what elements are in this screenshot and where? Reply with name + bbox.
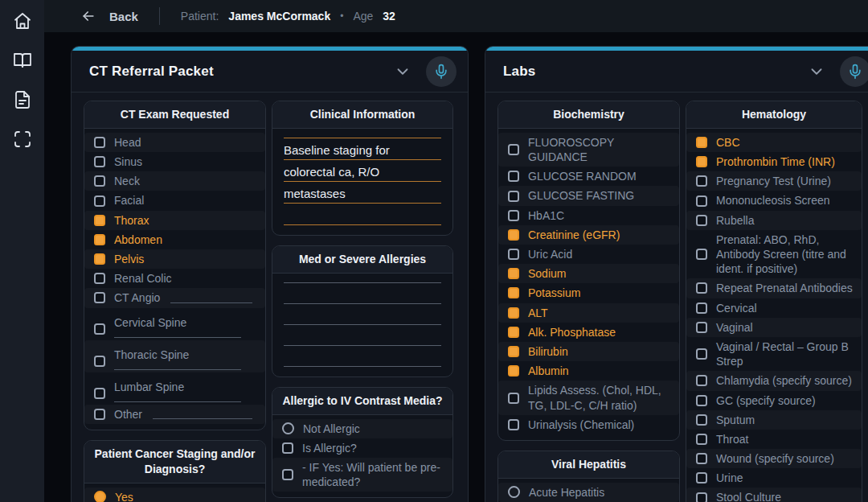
checkbox-potassium[interactable] xyxy=(508,287,519,298)
item-creatinine-egfr[interactable]: Creatinine (eGFR) xyxy=(498,225,679,245)
checkbox-vaginal-rectal-group-b-strep[interactable] xyxy=(696,348,707,360)
checkbox-pregnancy-test-urine[interactable] xyxy=(696,175,707,187)
checkbox-lipids-assess-chol-hdl-tg-ldl-c-c-h-rati[interactable] xyxy=(508,393,519,404)
checkbox-is-allergic[interactable] xyxy=(282,442,293,454)
item-stool-culture[interactable]: Stool Culture xyxy=(686,488,862,502)
item-acute-hepatitis[interactable]: Acute Hepatitis xyxy=(498,483,679,502)
item-urine[interactable]: Urine xyxy=(686,468,862,488)
home-button[interactable] xyxy=(13,11,32,31)
item-rubella[interactable]: Rubella xyxy=(686,211,862,230)
labs-collapse-button[interactable] xyxy=(808,61,829,82)
checkbox-mononucleosis-screen[interactable] xyxy=(696,195,707,207)
item-alk-phosphatase[interactable]: Alk. Phosphatase xyxy=(498,323,679,342)
radio-acute-hepatitis[interactable] xyxy=(508,486,520,498)
checkbox-chlamydia-specify-source[interactable] xyxy=(696,375,707,386)
checkbox-pelvis[interactable] xyxy=(94,253,105,265)
checkbox-thoracic-spine[interactable] xyxy=(94,356,105,367)
checkbox-glucose-random[interactable] xyxy=(508,171,519,182)
checkbox-alk-phosphatase[interactable] xyxy=(508,327,519,338)
item-glucose-random[interactable]: GLUCOSE RANDOM xyxy=(498,167,679,186)
item-mononucleosis-screen[interactable]: Mononucleosis Screen xyxy=(686,191,862,210)
writein-line[interactable] xyxy=(114,363,241,370)
item-other[interactable]: Other xyxy=(84,405,265,424)
checkbox-ct-angio[interactable] xyxy=(94,292,105,303)
item-urinalysis-chemical[interactable]: Urinalysis (Chemical) xyxy=(498,415,679,434)
checkbox-sodium[interactable] xyxy=(508,268,519,279)
checkbox-fluoroscopy-guidance[interactable] xyxy=(508,144,519,155)
checkbox-cervical-spine[interactable] xyxy=(94,323,105,335)
item-cervical[interactable]: Cervical xyxy=(686,298,862,318)
item-renal-colic[interactable]: Renal Colic xyxy=(84,269,265,288)
item-if-yes-will-patient-be-pre-medicated[interactable]: - IF Yes: Will patient be pre-medicated? xyxy=(272,458,452,492)
item-pregnancy-test-urine[interactable]: Pregnancy Test (Urine) xyxy=(686,171,862,191)
item-neck[interactable]: Neck xyxy=(84,171,265,191)
item-albumin[interactable]: Albumin xyxy=(498,361,679,381)
item-cervical-spine[interactable]: Cervical Spine xyxy=(84,308,265,340)
writein-line[interactable] xyxy=(153,409,252,419)
item-sinus[interactable]: Sinus xyxy=(84,152,265,171)
checkbox-glucose-fasting[interactable] xyxy=(508,191,519,202)
checkbox-thorax[interactable] xyxy=(94,215,105,226)
item-alt[interactable]: ALT xyxy=(498,303,679,323)
ct-dictate-button[interactable] xyxy=(426,56,457,87)
item-gc-specify-source[interactable]: GC (specify source) xyxy=(686,391,862,410)
item-bilirubin[interactable]: Bilirubin xyxy=(498,342,679,361)
checkbox-uric-acid[interactable] xyxy=(508,249,519,260)
item-sodium[interactable]: Sodium xyxy=(498,264,679,283)
item-not-allergic[interactable]: Not Allergic xyxy=(272,419,452,438)
checkbox-sputum[interactable] xyxy=(696,414,707,426)
item-fluoroscopy-guidance[interactable]: FLUOROSCOPY GUIDANCE xyxy=(498,133,679,167)
item-chlamydia-specify-source[interactable]: Chlamydia (specify source) xyxy=(686,371,862,390)
item-throat[interactable]: Throat xyxy=(686,430,862,449)
checkbox-creatinine-egfr[interactable] xyxy=(508,229,519,241)
item-wound-specify-source[interactable]: Wound (specify source) xyxy=(686,449,862,468)
checkbox-head[interactable] xyxy=(94,137,105,148)
checkbox-repeat-prenatal-antibodies[interactable] xyxy=(696,282,707,294)
checkbox-prenatal-abo-rhd-antibody-screen-titre-a[interactable] xyxy=(696,249,707,260)
item-thorax[interactable]: Thorax xyxy=(84,211,265,230)
ct-collapse-button[interactable] xyxy=(394,61,415,82)
item-prothrombin-time-inr[interactable]: Prothrombin Time (INR) xyxy=(686,152,862,171)
item-potassium[interactable]: Potassium xyxy=(498,283,679,302)
library-button[interactable] xyxy=(13,51,32,70)
checkbox-vaginal[interactable] xyxy=(696,322,707,333)
checkbox-urine[interactable] xyxy=(696,472,707,483)
writein-line[interactable] xyxy=(114,395,241,402)
item-facial[interactable]: Facial xyxy=(84,191,265,210)
writein-line[interactable] xyxy=(170,293,252,303)
checkbox-gc-specify-source[interactable] xyxy=(696,395,707,406)
checkbox-renal-colic[interactable] xyxy=(94,273,105,284)
item-uric-acid[interactable]: Uric Acid xyxy=(498,245,679,264)
item-vaginal-rectal-group-b-strep[interactable]: Vaginal / Rectal – Group B Strep xyxy=(686,337,862,371)
item-ct-angio[interactable]: CT Angio xyxy=(84,288,265,307)
back-button[interactable]: Back xyxy=(80,8,138,24)
checkbox-rubella[interactable] xyxy=(696,215,707,226)
checkbox-other[interactable] xyxy=(94,409,105,420)
item-abdomen[interactable]: Abdomen xyxy=(84,230,265,249)
item-is-allergic[interactable]: Is Allergic? xyxy=(272,438,452,458)
item-prenatal-abo-rhd-antibody-screen-titre-a[interactable]: Prenatal: ABO, RhD, Antibody Screen (tit… xyxy=(686,230,862,279)
item-pelvis[interactable]: Pelvis xyxy=(84,249,265,269)
writein-line[interactable] xyxy=(114,331,241,338)
checkbox-sinus[interactable] xyxy=(94,156,105,167)
item-yes[interactable]: Yes xyxy=(84,488,265,502)
checkbox-urinalysis-chemical[interactable] xyxy=(508,419,519,430)
item-sputum[interactable]: Sputum xyxy=(686,410,862,430)
clinical-information-field[interactable]: Baseline staging forcolorectal ca, R/Ome… xyxy=(272,129,452,235)
item-glucose-fasting[interactable]: GLUCOSE FASTING xyxy=(498,186,679,205)
checkbox-if-yes-will-patient-be-pre-medicated[interactable] xyxy=(282,469,293,480)
checkbox-cbc[interactable] xyxy=(696,137,707,148)
fullscreen-button[interactable] xyxy=(13,130,32,149)
item-thoracic-spine[interactable]: Thoracic Spine xyxy=(84,340,265,372)
allergies-field[interactable] xyxy=(272,274,452,376)
item-hba1c[interactable]: HbA1C xyxy=(498,206,679,225)
checkbox-bilirubin[interactable] xyxy=(508,346,519,357)
item-repeat-prenatal-antibodies[interactable]: Repeat Prenatal Antibodies xyxy=(686,278,862,298)
checkbox-alt[interactable] xyxy=(508,307,519,319)
item-head[interactable]: Head xyxy=(84,133,265,152)
checkbox-wound-specify-source[interactable] xyxy=(696,453,707,464)
item-lipids-assess-chol-hdl-tg-ldl-c-c-h-rati[interactable]: Lipids Assess. (Chol, HDL, TG, LDL-C, C/… xyxy=(498,381,679,414)
checkbox-lumbar-spine[interactable] xyxy=(94,388,105,399)
checkbox-neck[interactable] xyxy=(94,175,105,187)
checkbox-hba1c[interactable] xyxy=(508,210,519,221)
